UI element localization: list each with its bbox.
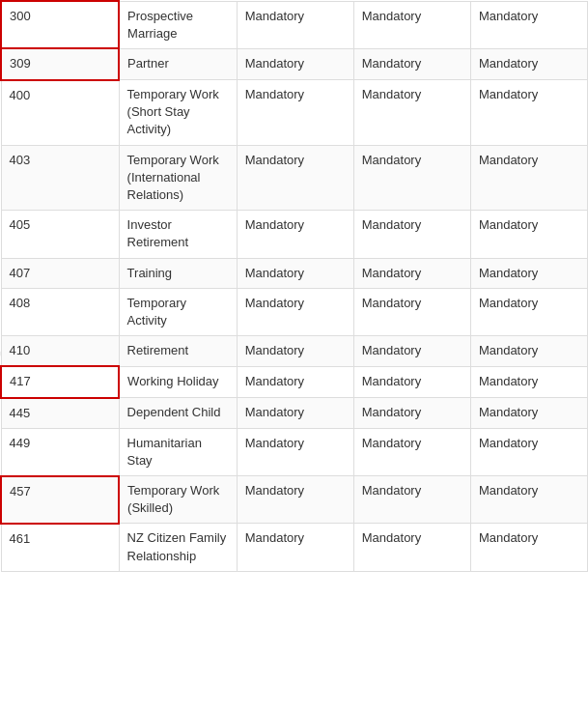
visa-name: NZ Citizen Family Relationship [119,524,237,571]
mandatory-cell: Mandatory [353,366,470,397]
visa-name: Temporary Work (Skilled) [119,476,237,524]
mandatory-cell: Mandatory [237,524,353,571]
mandatory-cell: Mandatory [470,211,587,258]
mandatory-cell: Mandatory [353,476,470,524]
mandatory-cell: Mandatory [470,398,587,429]
visa-code: 408 [1,288,119,335]
visa-name: Training [119,258,237,288]
mandatory-cell: Mandatory [353,1,470,48]
visa-name: Temporary Activity [119,288,237,335]
visa-name: Prospective Marriage [119,1,237,48]
mandatory-cell: Mandatory [470,1,587,48]
mandatory-cell: Mandatory [237,428,353,475]
mandatory-cell: Mandatory [353,80,470,146]
table-row: 408Temporary ActivityMandatoryMandatoryM… [1,288,588,335]
mandatory-cell: Mandatory [470,366,587,397]
mandatory-cell: Mandatory [237,1,353,48]
mandatory-cell: Mandatory [353,524,470,571]
visa-code: 461 [1,524,119,571]
visa-code: 405 [1,211,119,258]
visa-name: Dependent Child [119,398,237,429]
mandatory-cell: Mandatory [353,288,470,335]
visa-code: 449 [1,428,119,475]
mandatory-cell: Mandatory [470,476,587,524]
mandatory-cell: Mandatory [237,288,353,335]
visa-code: 403 [1,145,119,211]
mandatory-cell: Mandatory [237,145,353,211]
mandatory-cell: Mandatory [237,211,353,258]
mandatory-cell: Mandatory [353,211,470,258]
mandatory-cell: Mandatory [470,524,587,571]
mandatory-cell: Mandatory [237,336,353,367]
mandatory-cell: Mandatory [470,288,587,335]
mandatory-cell: Mandatory [237,48,353,79]
visa-code: 400 [1,80,119,146]
mandatory-cell: Mandatory [470,428,587,475]
table-row: 407TrainingMandatoryMandatoryMandatory [1,258,588,288]
mandatory-cell: Mandatory [470,336,587,367]
visa-name: Partner [119,48,237,79]
visa-code: 300 [1,1,119,48]
mandatory-cell: Mandatory [353,428,470,475]
visa-name: Retirement [119,336,237,367]
table-row: 405Investor RetirementMandatoryMandatory… [1,211,588,258]
visa-name: Temporary Work (International Relations) [119,145,237,211]
table-row: 403Temporary Work (International Relatio… [1,145,588,211]
table-row: 449Humanitarian StayMandatoryMandatoryMa… [1,428,588,475]
mandatory-cell: Mandatory [353,48,470,79]
visa-name: Investor Retirement [119,211,237,258]
mandatory-cell: Mandatory [353,258,470,288]
mandatory-cell: Mandatory [353,398,470,429]
mandatory-cell: Mandatory [237,258,353,288]
table-row: 461NZ Citizen Family RelationshipMandato… [1,524,588,571]
mandatory-cell: Mandatory [237,476,353,524]
visa-code: 417 [1,366,119,397]
table-row: 410RetirementMandatoryMandatoryMandatory [1,336,588,367]
mandatory-cell: Mandatory [237,80,353,146]
mandatory-cell: Mandatory [470,145,587,211]
mandatory-cell: Mandatory [237,366,353,397]
mandatory-cell: Mandatory [353,145,470,211]
table-row: 417Working HolidayMandatoryMandatoryMand… [1,366,588,397]
mandatory-cell: Mandatory [470,258,587,288]
table-row: 309PartnerMandatoryMandatoryMandatory [1,48,588,79]
table-row: 445Dependent ChildMandatoryMandatoryMand… [1,398,588,429]
mandatory-cell: Mandatory [470,48,587,79]
visa-code: 457 [1,476,119,524]
visa-name: Temporary Work (Short Stay Activity) [119,80,237,146]
visa-name: Working Holiday [119,366,237,397]
visa-name: Humanitarian Stay [119,428,237,475]
visa-code: 309 [1,48,119,79]
table-row: 400Temporary Work (Short Stay Activity)M… [1,80,588,146]
mandatory-cell: Mandatory [353,336,470,367]
mandatory-cell: Mandatory [470,80,587,146]
table-row: 300Prospective MarriageMandatoryMandator… [1,1,588,48]
visa-code: 445 [1,398,119,429]
visa-code: 407 [1,258,119,288]
table-row: 457Temporary Work (Skilled)MandatoryMand… [1,476,588,524]
mandatory-cell: Mandatory [237,398,353,429]
visa-code: 410 [1,336,119,367]
visa-table: 300Prospective MarriageMandatoryMandator… [0,0,588,572]
